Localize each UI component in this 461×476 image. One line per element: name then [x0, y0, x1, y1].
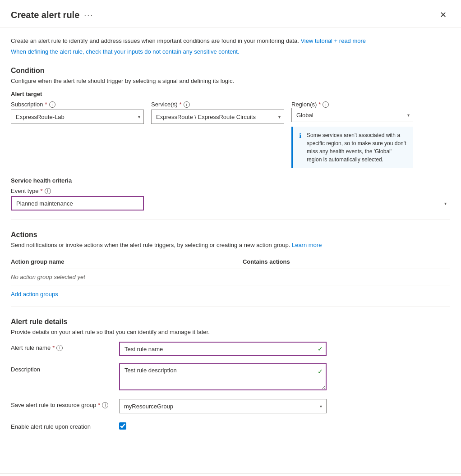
alert-rule-name-info-icon[interactable]: i [56, 345, 63, 351]
services-label: Service(s) * i [151, 101, 284, 108]
enable-on-creation-label: Enable alert rule upon creation [11, 421, 119, 430]
col-action-group-name: Action group name [11, 255, 243, 269]
description-input-wrapper: Test rule description ✓ [119, 363, 327, 392]
actions-table-body: No action group selected yet [11, 269, 450, 285]
description-textarea[interactable]: Test rule description [119, 363, 327, 390]
view-tutorial-link[interactable]: View tutorial + read more [300, 37, 366, 44]
event-type-select[interactable]: Planned maintenance Service issue Health… [11, 196, 144, 211]
condition-section-desc: Configure when the alert rule should tri… [11, 78, 450, 84]
alert-rule-name-input[interactable] [119, 342, 327, 356]
services-select-wrapper: ExpressRoute \ ExpressRoute Circuits ▾ [151, 110, 284, 124]
enable-on-creation-checkbox-row [119, 422, 126, 430]
services-field-group: Service(s) * i ExpressRoute \ ExpressRou… [151, 101, 284, 124]
col-contains-actions: Contains actions [243, 255, 450, 269]
footer: Create alert rule [0, 473, 461, 476]
alert-rule-details-desc: Provide details on your alert rule so th… [11, 329, 450, 335]
subscription-field-group: Subscription * i ExpressRoute-Lab ▾ [11, 101, 144, 124]
intro-text: Create an alert rule to identify and add… [11, 37, 450, 46]
regions-info-icon[interactable]: i [323, 101, 329, 108]
enable-on-creation-checkbox[interactable] [119, 422, 126, 430]
close-button[interactable]: ✕ [436, 8, 450, 22]
services-info-icon[interactable]: i [184, 101, 190, 108]
info-circle-icon: ℹ [299, 131, 301, 141]
panel-body: Create an alert rule to identify and add… [0, 27, 461, 473]
description-row: Description Test rule description ✓ [11, 363, 450, 392]
event-type-info-icon[interactable]: i [45, 188, 51, 194]
resource-group-required: * [98, 402, 100, 408]
regions-required: * [318, 101, 321, 108]
divider-1 [11, 220, 450, 220]
alert-target-fields: Subscription * i ExpressRoute-Lab ▾ Serv… [11, 101, 450, 168]
event-type-required: * [40, 188, 42, 194]
regions-field-group: Region(s) * i Global ▾ ℹ [291, 101, 413, 168]
regions-info-box: ℹ Some services aren't associated with a… [291, 127, 413, 168]
actions-section-title: Actions [11, 231, 450, 239]
regions-label: Region(s) * i [291, 101, 413, 108]
actions-table-head: Action group name Contains actions [11, 255, 450, 269]
service-health-label: Service health criteria [11, 177, 450, 184]
region-col: Region(s) * i Global ▾ ℹ [291, 101, 413, 168]
enable-on-creation-row: Enable alert rule upon creation [11, 421, 450, 430]
resource-group-label: Save alert rule to resource group * i [11, 399, 119, 408]
subscription-required: * [45, 101, 47, 108]
resource-group-row: Save alert rule to resource group * i my… [11, 399, 450, 413]
alert-rule-name-checkmark-icon: ✓ [318, 345, 323, 352]
description-label: Description [11, 363, 119, 373]
panel-title: Create alert rule [11, 10, 79, 20]
alert-rule-name-label: Alert rule name * i [11, 342, 119, 351]
title-row: Create alert rule ··· [11, 10, 93, 20]
no-action-text: No action group selected yet [11, 269, 450, 285]
alert-rule-name-input-wrapper: ✓ [119, 342, 327, 356]
regions-select-wrapper: Global ▾ [291, 108, 413, 122]
region-input-col: Region(s) * i Global ▾ [291, 101, 413, 122]
condition-section-title: Condition [11, 67, 450, 75]
event-type-chevron-icon: ▾ [444, 201, 447, 206]
services-required: * [180, 101, 182, 108]
resource-group-info-icon[interactable]: i [102, 402, 108, 408]
actions-table-header-row: Action group name Contains actions [11, 255, 450, 269]
subscription-select-wrapper: ExpressRoute-Lab ▾ [11, 110, 144, 124]
divider-2 [11, 307, 450, 307]
panel-header: Create alert rule ··· ✕ [0, 0, 461, 27]
more-options-icon[interactable]: ··· [84, 10, 93, 20]
no-action-row: No action group selected yet [11, 269, 450, 285]
event-type-select-wrapper: Planned maintenance Service issue Health… [11, 196, 450, 211]
add-action-groups-link[interactable]: Add action groups [11, 291, 58, 298]
info-box-content: ℹ Some services aren't associated with a… [299, 131, 407, 164]
alert-target-label: Alert target [11, 91, 450, 97]
description-checkmark-icon: ✓ [318, 368, 323, 375]
alert-rule-name-required: * [52, 344, 55, 351]
learn-more-link[interactable]: Learn more [292, 242, 322, 248]
event-type-label: Event type * i [11, 188, 450, 194]
services-select[interactable]: ExpressRoute \ ExpressRoute Circuits [151, 110, 284, 124]
subscription-info-icon[interactable]: i [49, 101, 55, 108]
service-health-section: Service health criteria Event type * i P… [11, 177, 450, 211]
alert-rule-name-row: Alert rule name * i ✓ [11, 342, 450, 356]
resource-group-select[interactable]: myResourceGroup [119, 399, 327, 413]
intro-warning: When defining the alert rule, check that… [11, 47, 450, 56]
event-type-field-group: Event type * i Planned maintenance Servi… [11, 188, 450, 211]
resource-group-select-wrapper: myResourceGroup ▾ [119, 399, 327, 413]
subscription-label: Subscription * i [11, 101, 144, 108]
alert-rule-details-title: Alert rule details [11, 318, 450, 326]
subscription-select[interactable]: ExpressRoute-Lab [11, 110, 144, 124]
regions-select[interactable]: Global [291, 108, 413, 122]
actions-section-desc: Send notifications or invoke actions whe… [11, 242, 450, 248]
actions-table: Action group name Contains actions No ac… [11, 255, 450, 285]
